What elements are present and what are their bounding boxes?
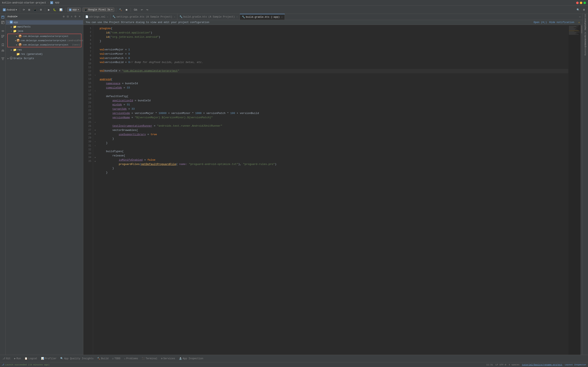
sidebar-item-structure[interactable] — [0, 56, 5, 61]
tab-build-gradle-project[interactable]: 🔧 build.gradle.kts (A Sample Project) ✕ — [177, 14, 240, 20]
tab-icon-build-gradle-app: 🔧 — [242, 16, 245, 18]
gutter-fold-28[interactable]: ◆ — [93, 132, 97, 136]
close-button[interactable] — [576, 2, 579, 4]
gutter-fold-17[interactable]: ▾ — [93, 89, 97, 93]
project-structure-button[interactable]: ⊞ — [27, 8, 31, 12]
tree-item-manifests[interactable]: ▶ 📁 manifests — [6, 25, 83, 29]
project-tree: ▾ A app ▶ 📁 manifests ▾ 📁 java ▶ — [6, 19, 83, 355]
status-encoding[interactable]: LF UTF-8 — [495, 364, 506, 366]
notification-text: You can use the Project Structure dialog… — [86, 21, 534, 24]
svg-point-15 — [3, 35, 4, 36]
tree-item-pkg-test[interactable]: ▶ 📦 com.delasign.asamplestarterproject (… — [8, 43, 81, 47]
tab-close-build-gradle-project[interactable]: ✕ — [236, 16, 238, 18]
bottom-tab-terminal[interactable]: ⬛ Terminal — [140, 356, 159, 361]
status-git[interactable]: ⎇ — [2, 363, 4, 366]
tab-close-build-gradle-app[interactable]: ✕ — [281, 16, 283, 18]
tree-item-res[interactable]: ▶ 📁 res — [6, 48, 83, 52]
run-button[interactable]: ▶ — [47, 8, 51, 12]
bottom-tab-profiler[interactable]: 📊 Profiler — [39, 356, 58, 361]
gutter-fold-31[interactable]: ▾ — [93, 144, 97, 148]
vertical-scrollbar[interactable] — [581, 25, 582, 355]
notification-open-link[interactable]: Open (⌘;) — [534, 21, 547, 24]
gutter-fold-30[interactable]: ▾ — [93, 140, 97, 144]
code-line-10 — [100, 65, 568, 69]
bottom-tab-todo-icon: ☑ — [112, 357, 113, 360]
gutter-fold-25[interactable]: ▾ — [93, 120, 97, 124]
stop-button[interactable]: ⏹ — [124, 8, 129, 12]
make-project-button[interactable]: 🔨 — [118, 8, 123, 12]
status-layout-inspector[interactable]: Layout Inspector — [565, 364, 586, 366]
tree-item-app[interactable]: ▾ A app — [6, 20, 83, 25]
settings-button[interactable]: ⚙ — [582, 8, 586, 12]
code-content[interactable]: plugins { id("com.android.application") … — [97, 25, 568, 355]
sidebar-item-project[interactable] — [0, 15, 5, 20]
git-button[interactable]: Git: — [132, 8, 139, 12]
svg-point-13 — [2, 35, 2, 36]
tree-item-gradle-scripts[interactable]: ▶ G Gradle Scripts — [6, 56, 83, 61]
redo-button[interactable]: ↪ — [145, 8, 149, 12]
tab-more-button[interactable]: ⋯ — [577, 14, 582, 20]
code-line-8: val versionPatch = 0 — [100, 56, 568, 60]
notification-warning-icon: ⚠ — [579, 21, 580, 24]
sidebar-item-bookmarks[interactable] — [0, 42, 5, 47]
bottom-tab-services[interactable]: ⚙ Services — [159, 356, 177, 361]
avd-manager-button[interactable]: 📱 — [32, 8, 38, 12]
sidebar-item-build-variants[interactable] — [0, 48, 5, 53]
bottom-tab-services-icon: ⚙ — [161, 357, 163, 360]
maximize-button[interactable] — [584, 2, 586, 4]
bottom-tab-app-quality[interactable]: 🔍 App Quality Insights — [59, 356, 95, 361]
code-line-29 — [100, 145, 568, 150]
panel-options-button[interactable]: ≡ — [70, 15, 73, 18]
bottom-tab-problems[interactable]: ⚠ Problems — [122, 356, 140, 361]
sdk-manager-button[interactable]: ⚙ — [39, 8, 43, 12]
tab-strings-xml[interactable]: 📄 strings.xml ✕ — [83, 14, 111, 20]
bottom-tab-logcat[interactable]: 📋 Logcat — [23, 356, 39, 361]
tab-build-gradle-app[interactable]: 🔧 build.gradle.kts (:app) ✕ — [240, 14, 285, 20]
code-line-9: val versionBuild = 0 // Bump for dogfood… — [100, 60, 568, 65]
status-location[interactable]: tutorial/basics/rename-project — [522, 364, 562, 366]
gutter-fold-13[interactable]: ▾ — [93, 73, 97, 77]
bottom-tab-run[interactable]: ▶ Run — [13, 356, 23, 361]
sidebar-item-commit[interactable] — [0, 29, 5, 33]
android-project-dropdown[interactable]: A Android ▾ — [2, 8, 18, 12]
tree-item-java[interactable]: ▾ 📁 java — [6, 29, 83, 33]
sidebar-item-resource-manager[interactable] — [0, 20, 5, 25]
project-view-dropdown[interactable]: Android ▾ — [7, 15, 17, 18]
sync-project-button[interactable]: ⟳ — [22, 8, 26, 12]
search-everywhere-button[interactable]: 🔍 — [575, 8, 581, 12]
minimize-button[interactable] — [580, 2, 582, 4]
bottom-tab-todo[interactable]: ☑ TODO — [111, 356, 122, 361]
panel-collapse-button[interactable]: ⊟ — [66, 15, 70, 18]
tab-close-settings-gradle[interactable]: ✕ — [174, 16, 175, 18]
panel-close-button[interactable]: ✕ — [78, 15, 81, 18]
debug-button[interactable]: 🐛 — [52, 8, 57, 12]
gutter-fold-27[interactable]: ◆ — [93, 128, 97, 132]
code-line-1: plugins { — [100, 26, 568, 31]
code-line-27: } — [100, 137, 568, 141]
scrollbar-thumb[interactable] — [581, 25, 582, 33]
gutter-fold-34[interactable]: ◆ — [93, 156, 97, 159]
tab-settings-gradle[interactable]: 🔧 settings.gradle.kts (A Sample Project)… — [111, 14, 177, 20]
status-bar: ⎇ Launch succeeded (15 minutes ago) 11:3… — [0, 362, 588, 367]
app-config-dropdown[interactable]: A app ▾ — [67, 8, 81, 12]
left-sidebar-icons — [0, 14, 6, 355]
tree-item-pkg-main[interactable]: ▶ 📦 com.delasign.asamplestarterproject — [8, 34, 81, 38]
profile-button[interactable]: 📊 — [58, 8, 64, 12]
bottom-tab-app-inspection[interactable]: 🔬 App Inspection — [177, 356, 205, 361]
panel-locate-button[interactable]: ⊕ — [62, 15, 66, 18]
tree-item-res-generated[interactable]: ▶ 📁 res (generated) — [6, 52, 83, 56]
gutter-fold-35[interactable]: ◆ — [93, 159, 97, 163]
tab-close-strings[interactable]: ✕ — [107, 16, 108, 18]
sidebar-item-pull-requests[interactable] — [0, 34, 5, 39]
sidebar-item-running-devices[interactable]: Running Devices — [583, 39, 588, 51]
notification-hide-link[interactable]: Hide notification — [549, 21, 574, 24]
tree-item-pkg-androidtest[interactable]: ▶ 📦 com.delasign.asamplestarterproject (… — [8, 38, 81, 43]
undo-button[interactable]: ↩ — [140, 8, 144, 12]
device-dropdown[interactable]: 📱 Google Pixel 3a ▾ — [82, 8, 114, 12]
tab-icon-settings-gradle: 🔧 — [112, 15, 116, 18]
code-line-3: id("org.jetbrains.kotlin.android") — [100, 35, 568, 39]
bottom-tab-git[interactable]: ⎇ Git — [1, 356, 12, 361]
panel-settings-button[interactable]: ⚙ — [73, 15, 77, 18]
status-indentation[interactable]: 4 spaces — [509, 364, 520, 366]
bottom-tab-build[interactable]: 🔨 Build — [95, 356, 110, 361]
